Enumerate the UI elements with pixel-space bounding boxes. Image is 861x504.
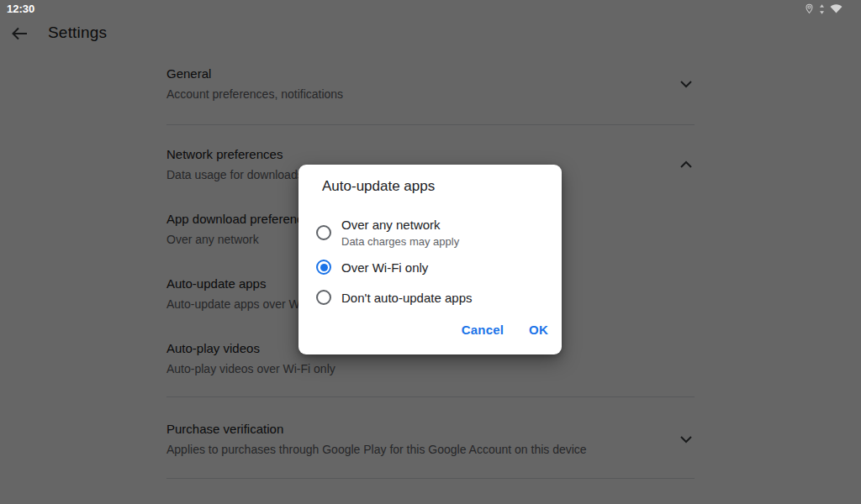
cancel-button[interactable]: Cancel: [462, 323, 504, 337]
dialog-actions: Cancel OK: [462, 323, 548, 337]
status-bar: 12:30: [0, 0, 861, 17]
ok-button[interactable]: OK: [529, 323, 548, 337]
wifi-icon: [830, 4, 843, 13]
option-label: Don't auto-update apps: [341, 291, 472, 305]
option-over-any-network[interactable]: Over any network Data charges may apply: [316, 213, 552, 253]
radio-button-icon[interactable]: [316, 290, 331, 305]
option-dont-auto-update[interactable]: Don't auto-update apps: [316, 287, 552, 307]
auto-update-apps-dialog: Auto-update apps Over any network Data c…: [298, 165, 562, 354]
radio-button-icon[interactable]: [316, 225, 331, 240]
option-label: Over Wi-Fi only: [341, 260, 428, 275]
clock: 12:30: [7, 3, 34, 15]
option-sublabel: Data charges may apply: [341, 235, 459, 248]
network-activity-icon: [819, 4, 825, 14]
option-label: Over any network: [341, 218, 459, 232]
status-icons: [805, 3, 843, 14]
play-store-settings-screen: Settings General Account preferences, no…: [0, 0, 861, 504]
option-over-wifi-only[interactable]: Over Wi-Fi only: [316, 257, 552, 277]
location-icon: [805, 3, 814, 14]
dialog-title: Auto-update apps: [322, 178, 435, 195]
radio-button-selected-icon[interactable]: [316, 260, 331, 275]
